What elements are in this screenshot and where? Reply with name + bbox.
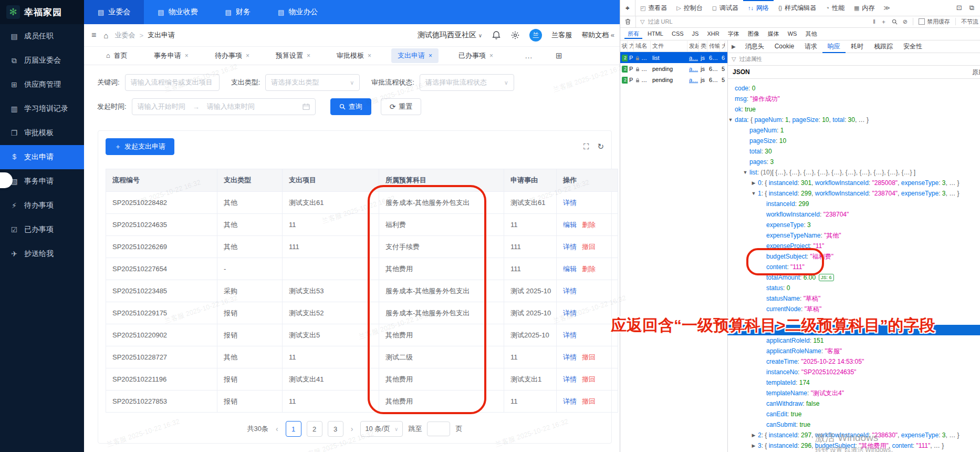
json-line[interactable]: pageNum: 1 (727, 125, 980, 136)
expand-arrow-icon[interactable]: ▶ (751, 178, 756, 188)
tab-事务申请[interactable]: 事务申请× (148, 48, 195, 63)
op-撤回[interactable]: 撤回 (582, 397, 596, 405)
op-详情[interactable]: 详情 (563, 397, 577, 405)
dock-panel-icon[interactable]: ⊡ (956, 4, 962, 12)
type-filter-其他[interactable]: 其他 (802, 29, 820, 39)
type-filter-媒体[interactable]: 媒体 (765, 29, 783, 39)
page-size-select[interactable]: 10 条/页∨ (360, 421, 403, 437)
close-tab-icon[interactable]: × (489, 52, 493, 59)
more-tools-icon[interactable]: ≫ (879, 4, 894, 12)
tab-预算设置[interactable]: 预算设置× (269, 48, 317, 63)
nav-item-物业收费[interactable]: ▤物业收费 (144, 0, 211, 24)
json-line[interactable]: instanceId: 299 (727, 199, 980, 209)
net-col-传输[interactable]: 传输 (707, 40, 720, 52)
op-详情[interactable]: 详情 (563, 331, 577, 339)
request-row-pending[interactable]: 2P …pendinga…js6…5 (620, 63, 727, 74)
devtool-tab-内存[interactable]: ▦内存 (849, 0, 879, 16)
approve-status-select[interactable]: 请选择审批流程状态∨ (420, 74, 514, 91)
tab-more-button[interactable]: … (525, 51, 533, 60)
op-编辑[interactable]: 编辑 (563, 221, 577, 229)
net-col-文件[interactable]: 文件 (651, 40, 687, 52)
devtool-tab-样式编辑器[interactable]: {}样式编辑器 (774, 0, 821, 16)
collapse-arrow-icon[interactable]: ▼ (743, 167, 748, 178)
json-line[interactable]: ok: true (727, 104, 980, 115)
nav-item-财务[interactable]: ▤财务 (212, 0, 264, 24)
expense-type-select[interactable]: 请选择支出类型∨ (265, 74, 360, 91)
net-col-域名[interactable]: 域名 (634, 40, 651, 52)
json-line[interactable]: currentNode: "草稿" (727, 304, 980, 314)
sidebar-item-支出申请[interactable]: ＄支出申请 (0, 145, 84, 169)
sidebar-item-学习培训记录[interactable]: ▥学习培训记录 (0, 97, 84, 121)
throttle-select[interactable]: 不节流 (961, 18, 978, 26)
type-filter-JS[interactable]: JS (689, 29, 702, 38)
query-button[interactable]: 查询 (330, 98, 371, 115)
net-col-方法[interactable]: 方法 (628, 40, 634, 52)
nav-item-物业办公[interactable]: ▤物业办公 (264, 0, 331, 24)
json-line[interactable]: totalAmount: 6.00JS: 6 (727, 272, 980, 283)
type-filter-HTML[interactable]: HTML (644, 29, 666, 38)
response-tab-安全性[interactable]: 安全性 (898, 40, 927, 53)
json-line[interactable]: createTime: "2025-10-22 14:53:05" (727, 356, 980, 367)
json-line[interactable]: expenseProject: "11" (727, 241, 980, 251)
bell-icon[interactable] (492, 30, 501, 40)
json-line[interactable] (727, 325, 980, 335)
op-撤回[interactable]: 撤回 (582, 243, 596, 251)
avatar[interactable]: 兰 (529, 29, 542, 42)
collapse-menu-icon[interactable]: ≡ (91, 30, 96, 40)
json-line[interactable]: statusName: "草稿" (727, 293, 980, 304)
tab-待办事项[interactable]: 待办事项× (208, 48, 256, 63)
sidebar-item-历届业委会[interactable]: ⧉历届业委会 (0, 48, 84, 73)
json-line[interactable]: applicantRoleName: "客服" (727, 346, 980, 356)
net-col-发起者[interactable]: 发起者 (687, 40, 699, 52)
prev-page-button[interactable]: ‹ (274, 425, 280, 433)
devtool-tab-查看器[interactable]: ◰查看器 (635, 0, 672, 16)
create-expense-button[interactable]: ＋ 发起支出申请 (106, 138, 174, 155)
response-tab-响应[interactable]: 响应 (822, 40, 846, 53)
sidebar-item-已办事项[interactable]: ☑已办事项 (0, 218, 84, 242)
type-filter-WS[interactable]: WS (785, 29, 800, 38)
tab-审批模板[interactable]: 审批模板× (330, 48, 378, 63)
sidebar-item-事务申请[interactable]: ▧事务申请 (0, 169, 84, 193)
json-line[interactable]: expenseTypeName: "其他" (727, 230, 980, 241)
net-col-状态[interactable]: 状态 (620, 40, 628, 52)
json-line[interactable]: pages: 3 (727, 157, 980, 167)
response-tab-耗时[interactable]: 耗时 (846, 40, 869, 53)
pause-icon[interactable]: ‖ (873, 18, 875, 25)
json-line[interactable]: total: 30 (727, 146, 980, 157)
separate-window-icon[interactable]: ⧉ (969, 4, 974, 12)
op-撤回[interactable]: 撤回 (582, 353, 596, 361)
json-line[interactable]: templateName: "测试支出4" (727, 388, 980, 398)
json-line[interactable]: ▶3: { instanceId: 296, budgetSubject: "其… (727, 440, 980, 451)
close-tab-icon[interactable]: × (368, 52, 371, 59)
clear-requests-icon[interactable] (620, 16, 636, 27)
op-编辑[interactable]: 编辑 (563, 265, 577, 273)
type-filter-图像[interactable]: 图像 (745, 29, 763, 39)
type-filter-CSS[interactable]: CSS (669, 29, 687, 38)
json-line[interactable]: ▼list: (10)[ {…}, {…}, {…}, {…}, {…}, {…… (727, 167, 980, 178)
op-详情[interactable]: 详情 (563, 375, 577, 383)
op-详情[interactable]: 详情 (563, 353, 577, 361)
response-tab-栈跟踪[interactable]: 栈跟踪 (869, 40, 898, 53)
json-line[interactable]: ▼data: { pageNum: 1, pageSize: 10, total… (727, 115, 980, 125)
net-col-类型[interactable]: 类型 (699, 40, 707, 52)
tab-支出申请[interactable]: 支出申请× (391, 48, 439, 63)
op-详情[interactable]: 详情 (563, 309, 577, 317)
json-line[interactable]: canEdit: true (727, 409, 980, 419)
breadcrumb-parent[interactable]: 业委会 (114, 30, 135, 40)
sidebar-item-成员任职[interactable]: ▤成员任职 (0, 24, 84, 48)
collapse-arrow-icon[interactable]: ▼ (751, 188, 756, 199)
type-filter-XHR[interactable]: XHR (704, 29, 722, 38)
tab-已办事项[interactable]: 已办事项× (452, 48, 499, 63)
expand-arrow-icon[interactable]: ▶ (751, 440, 756, 451)
json-section-header[interactable]: JSON 原始 (727, 66, 980, 79)
pick-element-icon[interactable]: ⌖ (620, 0, 635, 16)
request-row-list[interactable]: 2P …lista…js6…6 (620, 52, 727, 63)
op-删除[interactable]: 删除 (582, 221, 596, 229)
json-line[interactable]: pageSize: 10 (727, 136, 980, 146)
op-撤回[interactable]: 撤回 (582, 375, 596, 383)
refresh-icon[interactable]: ↻ (597, 142, 604, 151)
gear-icon[interactable] (510, 30, 520, 40)
community-selector[interactable]: 测试德玛西亚社区 ∨ (418, 30, 482, 40)
json-line[interactable]: code: 0 (727, 83, 980, 94)
op-删除[interactable]: 删除 (582, 265, 596, 273)
